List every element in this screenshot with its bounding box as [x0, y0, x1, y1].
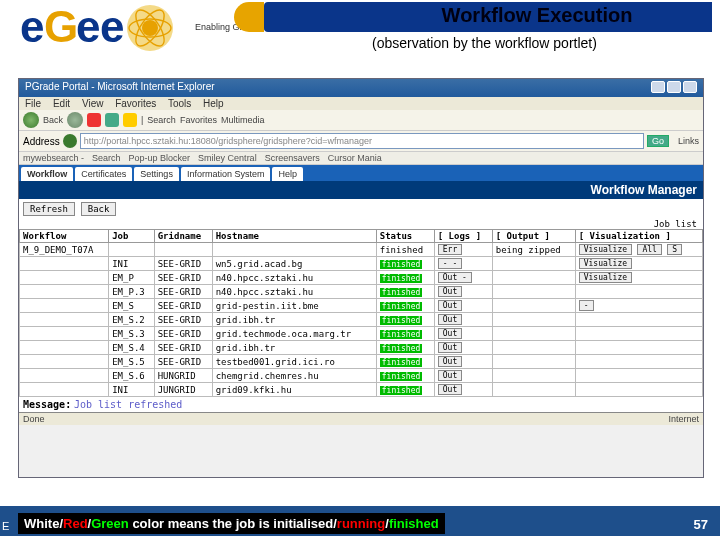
menu-help[interactable]: Help: [203, 98, 224, 109]
menu-favorites[interactable]: Favorites: [115, 98, 156, 109]
viz-all-button[interactable]: Visualize: [579, 244, 632, 255]
logs-button[interactable]: Out -: [438, 272, 472, 283]
go-button[interactable]: Go: [647, 135, 669, 147]
logs-button[interactable]: Out: [438, 384, 462, 395]
stop-icon[interactable]: [87, 113, 101, 127]
err-button[interactable]: Err: [438, 244, 462, 255]
viz-button[interactable]: -: [579, 300, 594, 311]
logs-button[interactable]: Out: [438, 286, 462, 297]
menu-edit[interactable]: Edit: [53, 98, 70, 109]
logs-button[interactable]: Out: [438, 356, 462, 367]
logs-button[interactable]: - -: [438, 258, 462, 269]
menu-file[interactable]: File: [25, 98, 41, 109]
table-row: EM_S.4SEE-GRIDgrid.ibh.trfinishedOut: [20, 341, 703, 355]
tab-settings[interactable]: Settings: [134, 167, 179, 181]
table-row: INISEE-GRIDwn5.grid.acad.bgfinished- -Vi…: [20, 257, 703, 271]
all-button[interactable]: All: [637, 244, 661, 255]
links-label[interactable]: Links: [678, 136, 699, 146]
address-input[interactable]: [80, 133, 644, 149]
globe-icon: [63, 134, 77, 148]
joblist-label: Job list: [19, 219, 703, 229]
forward-icon[interactable]: [67, 112, 83, 128]
footer-e: E: [2, 520, 9, 532]
table-row: EM_S.6HUNGRIDchemgrid.chemres.hufinished…: [20, 369, 703, 383]
portal-tabs: Workflow Certificates Settings Informati…: [19, 165, 703, 181]
svg-text:G: G: [44, 2, 78, 51]
mws-search[interactable]: Search: [92, 153, 121, 163]
logs-button[interactable]: Out: [438, 300, 462, 311]
ie-toolbar: Back | Search Favorites Multimedia: [19, 110, 703, 131]
color-legend: White/Red/Green color means the job is i…: [18, 513, 445, 534]
window-titlebar: PGrade Portal - Microsoft Internet Explo…: [19, 79, 703, 97]
status-badge: finished: [380, 316, 423, 325]
col-grid: Gridname: [154, 230, 212, 243]
status-badge: finished: [380, 358, 423, 367]
jobs-table: Workflow Job Gridname Hostname Status [ …: [19, 229, 703, 397]
status-badge: finished: [380, 274, 423, 283]
page-subtitle: (observation by the workflow portlet): [372, 35, 712, 51]
back-button[interactable]: Back: [81, 202, 117, 216]
window-title: PGrade Portal - Microsoft Internet Explo…: [25, 81, 215, 95]
status-badge: finished: [380, 302, 423, 311]
status-badge: finished: [380, 260, 423, 269]
logs-button[interactable]: Out: [438, 370, 462, 381]
media-label[interactable]: Multimedia: [221, 115, 265, 125]
mws-screensavers[interactable]: Screensavers: [265, 153, 320, 163]
col-logs: [ Logs ]: [434, 230, 492, 243]
back-label[interactable]: Back: [43, 115, 63, 125]
favorites-label[interactable]: Favorites: [180, 115, 217, 125]
ie-menubar[interactable]: File Edit View Favorites Tools Help: [19, 97, 703, 110]
window-controls[interactable]: [649, 81, 697, 95]
table-row: EM_PSEE-GRIDn40.hpcc.sztaki.hufinishedOu…: [20, 271, 703, 285]
home-icon[interactable]: [123, 113, 137, 127]
address-label: Address: [23, 136, 60, 147]
logs-button[interactable]: Out: [438, 328, 462, 339]
portlet-title: Workflow Manager: [19, 181, 703, 199]
tab-workflow[interactable]: Workflow: [21, 167, 73, 181]
wf-name: M_9_DEMO_T07A: [20, 243, 109, 257]
mywebsearch-bar: mywebsearch - Search Pop-up Blocker Smil…: [19, 152, 703, 165]
col-job: Job: [109, 230, 155, 243]
svg-text:e: e: [100, 2, 124, 51]
reload-icon[interactable]: [105, 113, 119, 127]
tab-certificates[interactable]: Certificates: [75, 167, 132, 181]
mws-smiley[interactable]: Smiley Central: [198, 153, 257, 163]
status-badge: finished: [380, 386, 423, 395]
viz-button[interactable]: Visualize: [579, 272, 632, 283]
message-label: Message:: [23, 399, 71, 410]
table-row: EM_SSEE-GRIDgrid-pestin.iit.bmefinishedO…: [20, 299, 703, 313]
message-row: Message: Job list refreshed: [19, 397, 703, 412]
mws-brand: mywebsearch -: [23, 153, 84, 163]
tab-info[interactable]: Information System: [181, 167, 271, 181]
status-badge: finished: [380, 344, 423, 353]
table-row: EM_S.3SEE-GRIDgrid.techmode.oca.marg.trf…: [20, 327, 703, 341]
ie-statusbar: Done Internet: [19, 412, 703, 425]
menu-tools[interactable]: Tools: [168, 98, 191, 109]
refresh-button[interactable]: Refresh: [23, 202, 75, 216]
col-viz: [ Visualization ]: [575, 230, 702, 243]
menu-view[interactable]: View: [82, 98, 104, 109]
tab-help[interactable]: Help: [272, 167, 303, 181]
col-host: Hostname: [212, 230, 376, 243]
page-number: 57: [694, 517, 708, 532]
s-button[interactable]: S: [667, 244, 682, 255]
mws-cursor[interactable]: Cursor Mania: [328, 153, 382, 163]
ie-addressbar: Address Go Links: [19, 131, 703, 152]
browser-window: PGrade Portal - Microsoft Internet Explo…: [18, 78, 704, 478]
viz-button[interactable]: Visualize: [579, 258, 632, 269]
status-badge: finished: [380, 372, 423, 381]
portal-content: Workflow Certificates Settings Informati…: [19, 165, 703, 412]
logs-button[interactable]: Out: [438, 342, 462, 353]
table-row: INIJUNGRIDgrid09.kfki.hufinishedOut: [20, 383, 703, 397]
svg-point-5: [142, 20, 158, 36]
search-label[interactable]: Search: [147, 115, 176, 125]
page-title: Workflow Execution: [362, 4, 712, 27]
logs-button[interactable]: Out: [438, 314, 462, 325]
status-badge: finished: [380, 288, 423, 297]
status-done: Done: [23, 414, 45, 424]
mws-blocker[interactable]: Pop-up Blocker: [129, 153, 191, 163]
back-icon[interactable]: [23, 112, 39, 128]
col-status: Status: [376, 230, 434, 243]
message-value: Job list refreshed: [74, 399, 182, 410]
table-row: EM_S.5SEE-GRIDtestbed001.grid.ici.rofini…: [20, 355, 703, 369]
